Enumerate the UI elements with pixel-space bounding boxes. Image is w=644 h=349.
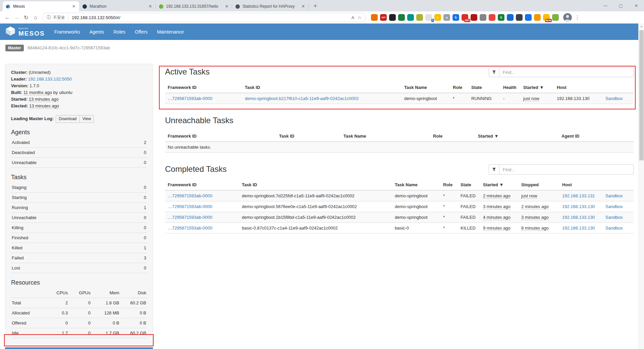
close-icon[interactable]: ✕ bbox=[301, 4, 306, 9]
col-framework-id[interactable]: Framework ID bbox=[165, 131, 276, 142]
nav-item-maintenance[interactable]: Maintenance bbox=[157, 29, 184, 35]
task-started: 2 minutes ago bbox=[483, 193, 511, 199]
master-badge: Master bbox=[5, 45, 24, 51]
close-icon[interactable]: ✕ bbox=[148, 4, 153, 9]
extension-icon[interactable] bbox=[398, 14, 405, 21]
bookmark-star-icon[interactable]: ☆ bbox=[358, 15, 362, 20]
refresh-icon[interactable]: ↻ bbox=[21, 13, 31, 22]
extension-icon[interactable] bbox=[525, 14, 532, 21]
col-task-id[interactable]: Task ID bbox=[239, 180, 392, 190]
extension-icon[interactable]: ABP bbox=[380, 14, 387, 21]
col-task-name[interactable]: Task Name bbox=[341, 131, 430, 142]
page-scrollbar[interactable]: ▲ bbox=[638, 23, 644, 349]
col-started-sorted[interactable]: Started ▼ bbox=[475, 131, 559, 142]
col-task-name[interactable]: Task Name bbox=[401, 82, 450, 93]
col-role[interactable]: Role bbox=[450, 82, 469, 93]
nav-item-agents[interactable]: Agents bbox=[90, 29, 104, 35]
stat-label: Unreachable bbox=[12, 160, 37, 165]
extension-icon[interactable]: New bbox=[543, 14, 550, 21]
extension-icon[interactable] bbox=[489, 14, 495, 21]
framework-link[interactable]: …7295671593ab-0000 bbox=[168, 204, 212, 209]
extension-icon[interactable]: a bbox=[443, 14, 450, 21]
col-started-sorted[interactable]: Started ▼ bbox=[480, 180, 519, 190]
find-input[interactable] bbox=[499, 164, 634, 174]
extension-icon[interactable] bbox=[516, 14, 523, 21]
home-icon[interactable]: ⌂ bbox=[31, 13, 40, 22]
filter-button[interactable] bbox=[489, 164, 499, 174]
scrollbar-up-icon[interactable]: ▲ bbox=[639, 23, 644, 29]
tab-hello[interactable]: 192.168.133.131:31657/hello ✕ bbox=[156, 1, 232, 11]
col-task-name[interactable]: Task Name bbox=[392, 180, 440, 190]
col-state[interactable]: State bbox=[469, 82, 500, 93]
extension-icon[interactable]: 1 bbox=[425, 14, 432, 21]
back-icon[interactable]: ← bbox=[3, 13, 12, 22]
col-host[interactable]: Host bbox=[554, 82, 603, 93]
close-icon[interactable]: ✕ bbox=[71, 4, 76, 9]
extension-icon[interactable]: 99+ bbox=[462, 14, 468, 21]
address-bar[interactable]: ⓘ 不安全 192.168.133.132:5050/#/ A ☆ bbox=[42, 13, 366, 22]
browser-menu-icon[interactable]: ⋮ bbox=[573, 13, 581, 22]
col-host[interactable]: Host bbox=[559, 180, 603, 190]
host-link[interactable]: 192.168.133.130 bbox=[562, 226, 595, 231]
extension-icon[interactable] bbox=[552, 14, 559, 21]
col-task-id[interactable]: Task ID bbox=[242, 82, 401, 93]
framework-link[interactable]: …7295671593ab-0000 bbox=[168, 226, 212, 231]
maximize-button[interactable]: ▢ bbox=[613, 0, 629, 11]
sandbox-link[interactable]: Sandbox bbox=[605, 204, 623, 209]
framework-link[interactable]: …7295671593ab-0000 bbox=[168, 193, 212, 198]
forward-icon[interactable]: → bbox=[12, 13, 21, 22]
mesos-brand[interactable]: Apache MESOS bbox=[5, 26, 45, 37]
minimize-button[interactable]: — bbox=[598, 0, 613, 11]
nav-item-offers[interactable]: Offers bbox=[135, 29, 148, 35]
host-link[interactable]: 192.168.133.131 bbox=[562, 193, 595, 198]
extension-icon[interactable] bbox=[480, 14, 486, 21]
translate-icon[interactable]: A bbox=[352, 15, 355, 20]
leader-link[interactable]: 192.168.133.132:5050 bbox=[28, 77, 72, 82]
extension-icon[interactable] bbox=[507, 14, 514, 21]
task-id-link[interactable]: demo-springboot.b217f610-c1a5-11e9-aaf9-… bbox=[245, 96, 359, 101]
info-icon[interactable]: ⓘ bbox=[47, 14, 51, 20]
url-text[interactable]: 192.168.133.132:5050/#/ bbox=[72, 15, 352, 20]
sandbox-link[interactable]: Sandbox bbox=[605, 193, 623, 198]
extension-icon[interactable] bbox=[389, 14, 396, 21]
col-stopped[interactable]: Stopped bbox=[519, 180, 559, 190]
sandbox-link[interactable]: Sandbox bbox=[605, 226, 623, 231]
sandbox-link[interactable]: Sandbox bbox=[605, 96, 623, 101]
tab-haproxy[interactable]: Statistics Report for HAProxy ✕ bbox=[232, 1, 309, 11]
close-window-button[interactable]: ✕ bbox=[629, 0, 644, 11]
col-started-sorted[interactable]: Started ▼ bbox=[521, 82, 554, 93]
col-role[interactable]: Role bbox=[440, 180, 458, 190]
extension-icon[interactable] bbox=[416, 14, 423, 21]
find-input[interactable] bbox=[499, 67, 634, 77]
tab-mesos[interactable]: Mesos ✕ bbox=[3, 1, 79, 11]
host-link[interactable]: 192.168.133.130 bbox=[562, 215, 595, 220]
nav-item-roles[interactable]: Roles bbox=[113, 29, 125, 35]
col-role[interactable]: Role bbox=[430, 131, 475, 142]
col-framework-id[interactable]: Framework ID bbox=[165, 180, 239, 190]
sandbox-link[interactable]: Sandbox bbox=[605, 215, 623, 220]
extension-icon[interactable] bbox=[371, 14, 378, 21]
download-log-button[interactable]: Download bbox=[56, 115, 79, 123]
host-link[interactable]: 192.168.133.130 bbox=[562, 204, 595, 209]
col-health[interactable]: Health bbox=[500, 82, 521, 93]
col-state[interactable]: State bbox=[458, 180, 480, 190]
extension-icon[interactable] bbox=[534, 14, 541, 21]
col-framework-id[interactable]: Framework ID bbox=[165, 82, 242, 93]
view-log-button[interactable]: View bbox=[79, 115, 94, 123]
col-task-id[interactable]: Task ID bbox=[276, 131, 341, 142]
nav-item-frameworks[interactable]: Frameworks bbox=[54, 29, 80, 35]
extension-icon[interactable]: c bbox=[434, 14, 441, 21]
extension-icon[interactable]: S bbox=[498, 14, 504, 21]
profile-avatar[interactable] bbox=[563, 13, 572, 22]
extension-icon[interactable] bbox=[407, 14, 414, 21]
filter-button[interactable] bbox=[489, 67, 499, 77]
close-icon[interactable]: ✕ bbox=[224, 4, 229, 9]
extension-icon[interactable]: b bbox=[452, 14, 459, 21]
col-agent-id[interactable]: Agent ID bbox=[559, 131, 634, 142]
scrollbar-thumb[interactable] bbox=[639, 30, 644, 160]
framework-link[interactable]: …7295671593ab-0000 bbox=[168, 96, 212, 101]
tab-marathon[interactable]: Marathon ✕ bbox=[79, 1, 156, 11]
new-tab-button[interactable]: + bbox=[311, 1, 320, 11]
framework-link[interactable]: …7295671593ab-0000 bbox=[168, 215, 212, 220]
extension-icon[interactable] bbox=[471, 14, 477, 21]
